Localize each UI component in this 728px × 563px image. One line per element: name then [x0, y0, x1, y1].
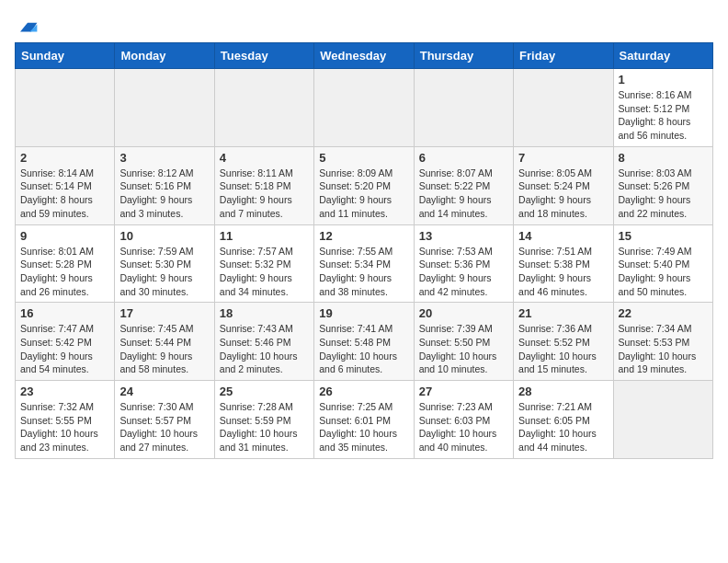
- week-row-5: 23Sunrise: 7:32 AM Sunset: 5:55 PM Dayli…: [16, 381, 713, 459]
- day-number: 14: [518, 229, 608, 243]
- calendar-cell: 9Sunrise: 8:01 AM Sunset: 5:28 PM Daylig…: [16, 224, 115, 303]
- day-number: 24: [119, 385, 209, 398]
- header: [15, 15, 713, 31]
- week-row-3: 9Sunrise: 8:01 AM Sunset: 5:28 PM Daylig…: [16, 224, 713, 303]
- calendar-cell: 12Sunrise: 7:55 AM Sunset: 5:34 PM Dayli…: [314, 224, 414, 303]
- calendar-cell: 28Sunrise: 7:21 AM Sunset: 6:05 PM Dayli…: [514, 381, 613, 459]
- weekday-header-wednesday: Wednesday: [314, 43, 414, 69]
- day-info: Sunrise: 7:36 AM Sunset: 5:52 PM Dayligh…: [518, 322, 608, 376]
- day-number: 8: [619, 151, 708, 165]
- calendar-cell: 17Sunrise: 7:45 AM Sunset: 5:44 PM Dayli…: [115, 303, 214, 381]
- day-info: Sunrise: 8:01 AM Sunset: 5:28 PM Dayligh…: [20, 245, 109, 299]
- day-info: Sunrise: 7:21 AM Sunset: 6:05 PM Dayligh…: [518, 400, 608, 454]
- calendar-cell: 25Sunrise: 7:28 AM Sunset: 5:59 PM Dayli…: [214, 381, 313, 459]
- calendar-cell: 22Sunrise: 7:34 AM Sunset: 5:53 PM Dayli…: [613, 303, 712, 381]
- day-number: 28: [518, 385, 608, 398]
- calendar-cell: 1Sunrise: 8:16 AM Sunset: 5:12 PM Daylig…: [613, 69, 712, 147]
- calendar-cell: 3Sunrise: 8:12 AM Sunset: 5:16 PM Daylig…: [115, 146, 214, 224]
- calendar-cell: [214, 69, 313, 147]
- calendar-cell: 24Sunrise: 7:30 AM Sunset: 5:57 PM Dayli…: [115, 381, 214, 459]
- calendar-cell: 13Sunrise: 7:53 AM Sunset: 5:36 PM Dayli…: [414, 224, 513, 303]
- day-number: 11: [220, 229, 309, 243]
- day-number: 26: [319, 385, 408, 398]
- day-info: Sunrise: 8:16 AM Sunset: 5:12 PM Dayligh…: [619, 88, 708, 143]
- day-info: Sunrise: 7:53 AM Sunset: 5:36 PM Dayligh…: [419, 245, 508, 299]
- day-number: 19: [319, 306, 408, 320]
- day-info: Sunrise: 7:51 AM Sunset: 5:38 PM Dayligh…: [518, 245, 608, 299]
- week-row-1: 1Sunrise: 8:16 AM Sunset: 5:12 PM Daylig…: [16, 69, 713, 147]
- calendar-cell: 2Sunrise: 8:14 AM Sunset: 5:14 PM Daylig…: [16, 146, 115, 224]
- day-info: Sunrise: 7:41 AM Sunset: 5:48 PM Dayligh…: [319, 322, 408, 376]
- day-number: 6: [419, 151, 508, 165]
- day-info: Sunrise: 7:57 AM Sunset: 5:32 PM Dayligh…: [220, 245, 309, 299]
- day-number: 2: [20, 151, 109, 165]
- day-number: 27: [419, 385, 508, 398]
- logo-icon: [17, 15, 39, 37]
- day-number: 16: [20, 306, 109, 320]
- day-number: 15: [619, 229, 708, 243]
- calendar-cell: [514, 69, 613, 147]
- calendar-cell: 10Sunrise: 7:59 AM Sunset: 5:30 PM Dayli…: [115, 224, 214, 303]
- day-info: Sunrise: 8:03 AM Sunset: 5:26 PM Dayligh…: [619, 167, 708, 221]
- day-number: 23: [20, 385, 109, 398]
- calendar-cell: 11Sunrise: 7:57 AM Sunset: 5:32 PM Dayli…: [214, 224, 313, 303]
- day-info: Sunrise: 7:43 AM Sunset: 5:46 PM Dayligh…: [220, 322, 309, 376]
- day-number: 21: [518, 306, 608, 320]
- day-info: Sunrise: 8:05 AM Sunset: 5:24 PM Dayligh…: [518, 167, 608, 221]
- calendar-cell: 23Sunrise: 7:32 AM Sunset: 5:55 PM Dayli…: [16, 381, 115, 459]
- calendar-cell: 19Sunrise: 7:41 AM Sunset: 5:48 PM Dayli…: [314, 303, 414, 381]
- calendar-cell: 6Sunrise: 8:07 AM Sunset: 5:22 PM Daylig…: [414, 146, 513, 224]
- weekday-header-thursday: Thursday: [414, 43, 513, 69]
- day-number: 20: [419, 306, 508, 320]
- weekday-header-friday: Friday: [514, 43, 613, 69]
- day-number: 9: [20, 229, 109, 243]
- day-info: Sunrise: 7:30 AM Sunset: 5:57 PM Dayligh…: [119, 400, 209, 454]
- day-info: Sunrise: 7:49 AM Sunset: 5:40 PM Dayligh…: [619, 245, 708, 299]
- day-info: Sunrise: 7:32 AM Sunset: 5:55 PM Dayligh…: [20, 400, 109, 454]
- logo: [15, 15, 39, 31]
- day-number: 22: [619, 306, 708, 320]
- weekday-header-sunday: Sunday: [16, 43, 115, 69]
- day-info: Sunrise: 8:07 AM Sunset: 5:22 PM Dayligh…: [419, 167, 508, 221]
- calendar-cell: 27Sunrise: 7:23 AM Sunset: 6:03 PM Dayli…: [414, 381, 513, 459]
- day-info: Sunrise: 8:11 AM Sunset: 5:18 PM Dayligh…: [220, 167, 309, 221]
- calendar-cell: 4Sunrise: 8:11 AM Sunset: 5:18 PM Daylig…: [214, 146, 313, 224]
- calendar-cell: 20Sunrise: 7:39 AM Sunset: 5:50 PM Dayli…: [414, 303, 513, 381]
- day-info: Sunrise: 8:12 AM Sunset: 5:16 PM Dayligh…: [119, 167, 209, 221]
- day-info: Sunrise: 7:45 AM Sunset: 5:44 PM Dayligh…: [119, 322, 209, 376]
- calendar-cell: 21Sunrise: 7:36 AM Sunset: 5:52 PM Dayli…: [514, 303, 613, 381]
- calendar-cell: [16, 69, 115, 147]
- day-info: Sunrise: 8:09 AM Sunset: 5:20 PM Dayligh…: [319, 167, 408, 221]
- weekday-header-monday: Monday: [115, 43, 214, 69]
- day-number: 3: [119, 151, 209, 165]
- calendar-cell: 7Sunrise: 8:05 AM Sunset: 5:24 PM Daylig…: [514, 146, 613, 224]
- day-number: 12: [319, 229, 408, 243]
- day-number: 25: [220, 385, 309, 398]
- day-number: 5: [319, 151, 408, 165]
- week-row-4: 16Sunrise: 7:47 AM Sunset: 5:42 PM Dayli…: [16, 303, 713, 381]
- calendar-cell: 8Sunrise: 8:03 AM Sunset: 5:26 PM Daylig…: [613, 146, 712, 224]
- day-info: Sunrise: 7:23 AM Sunset: 6:03 PM Dayligh…: [419, 400, 508, 454]
- day-number: 13: [419, 229, 508, 243]
- day-number: 7: [518, 151, 608, 165]
- calendar-cell: 16Sunrise: 7:47 AM Sunset: 5:42 PM Dayli…: [16, 303, 115, 381]
- day-number: 18: [220, 306, 309, 320]
- day-info: Sunrise: 7:59 AM Sunset: 5:30 PM Dayligh…: [119, 245, 209, 299]
- calendar: SundayMondayTuesdayWednesdayThursdayFrid…: [15, 42, 713, 459]
- calendar-cell: [115, 69, 214, 147]
- calendar-cell: 18Sunrise: 7:43 AM Sunset: 5:46 PM Dayli…: [214, 303, 313, 381]
- weekday-header-row: SundayMondayTuesdayWednesdayThursdayFrid…: [16, 43, 713, 69]
- weekday-header-tuesday: Tuesday: [214, 43, 313, 69]
- day-number: 17: [119, 306, 209, 320]
- calendar-cell: [314, 69, 414, 147]
- day-info: Sunrise: 7:47 AM Sunset: 5:42 PM Dayligh…: [20, 322, 109, 376]
- day-number: 1: [619, 73, 708, 86]
- calendar-cell: 26Sunrise: 7:25 AM Sunset: 6:01 PM Dayli…: [314, 381, 414, 459]
- calendar-cell: 14Sunrise: 7:51 AM Sunset: 5:38 PM Dayli…: [514, 224, 613, 303]
- day-number: 10: [119, 229, 209, 243]
- day-info: Sunrise: 7:55 AM Sunset: 5:34 PM Dayligh…: [319, 245, 408, 299]
- calendar-cell: 5Sunrise: 8:09 AM Sunset: 5:20 PM Daylig…: [314, 146, 414, 224]
- day-info: Sunrise: 7:25 AM Sunset: 6:01 PM Dayligh…: [319, 400, 408, 454]
- day-number: 4: [220, 151, 309, 165]
- calendar-cell: [613, 381, 712, 459]
